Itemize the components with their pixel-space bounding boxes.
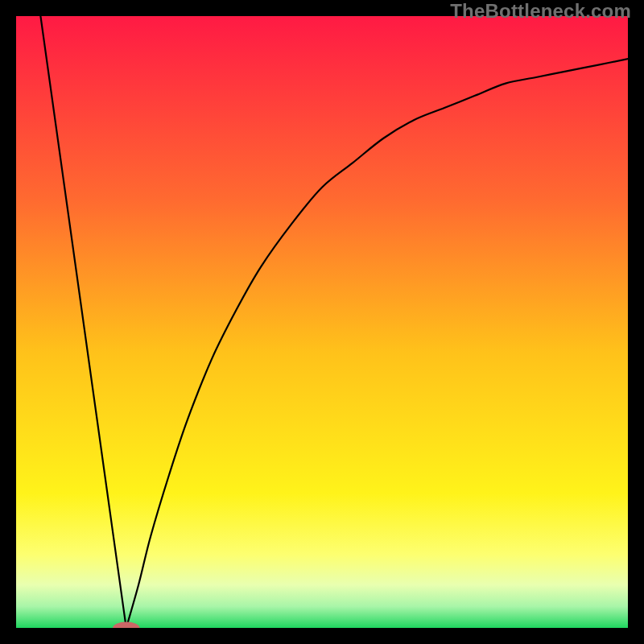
chart-container: TheBottleneck.com [0, 0, 644, 644]
gradient-background [16, 16, 628, 628]
chart-svg [16, 16, 628, 628]
watermark-text: TheBottleneck.com [450, 0, 631, 23]
plot-area [16, 16, 628, 628]
